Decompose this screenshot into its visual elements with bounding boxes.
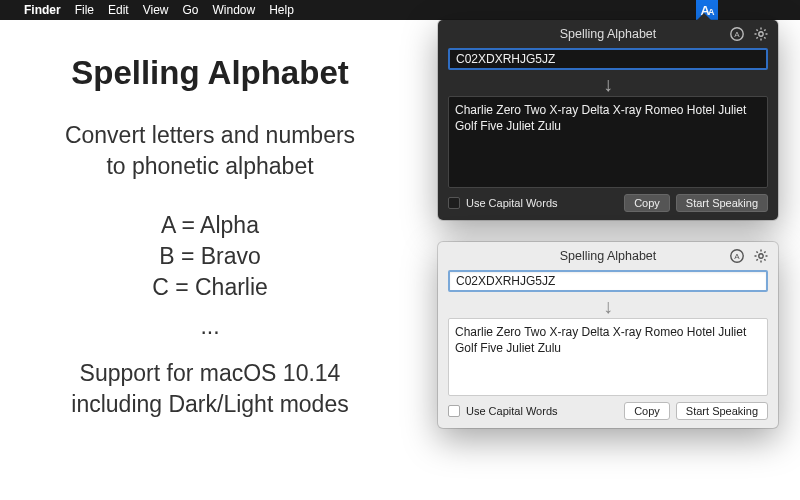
menubar-app-name[interactable]: Finder — [24, 3, 61, 17]
promo-title: Spelling Alphabet — [22, 54, 398, 92]
alphabet-mode-button[interactable]: A — [728, 247, 746, 265]
promo-subtitle-line2: to phonetic alphabet — [22, 151, 398, 182]
start-speaking-button[interactable]: Start Speaking — [676, 402, 768, 420]
app-popover-light: Spelling Alphabet A ↓ Charlie Zero Two X… — [438, 242, 778, 428]
promo-example-c: C = Charlie — [22, 272, 398, 303]
settings-button[interactable] — [752, 25, 770, 43]
use-capital-words-checkbox[interactable] — [448, 197, 460, 209]
menubar-item-window[interactable]: Window — [213, 3, 256, 17]
copy-button[interactable]: Copy — [624, 194, 670, 212]
promo-footer-line1: Support for macOS 10.14 — [22, 358, 398, 389]
use-capital-words-label: Use Capital Words — [466, 197, 618, 209]
svg-text:A: A — [734, 252, 740, 261]
copy-button[interactable]: Copy — [624, 402, 670, 420]
phonetic-output: Charlie Zero Two X-ray Delta X-ray Romeo… — [448, 96, 768, 188]
promo-ellipsis: ... — [22, 313, 398, 340]
svg-point-2 — [759, 32, 763, 36]
app-popover-dark: Spelling Alphabet A ↓ Charlie Zero Two X… — [438, 20, 778, 220]
macos-menubar: Finder File Edit View Go Window Help AA — [0, 0, 800, 20]
gear-icon — [753, 248, 769, 264]
menubar-item-edit[interactable]: Edit — [108, 3, 129, 17]
menubar-item-file[interactable]: File — [75, 3, 94, 17]
popover-title: Spelling Alphabet — [560, 249, 657, 263]
alphabet-mode-button[interactable]: A — [728, 25, 746, 43]
svg-text:A: A — [734, 30, 740, 39]
down-arrow-icon: ↓ — [448, 74, 768, 94]
menubar-item-view[interactable]: View — [143, 3, 169, 17]
gear-icon — [753, 26, 769, 42]
phonetic-output: Charlie Zero Two X-ray Delta X-ray Romeo… — [448, 318, 768, 396]
promo-subtitle-line1: Convert letters and numbers — [22, 120, 398, 151]
settings-button[interactable] — [752, 247, 770, 265]
svg-point-5 — [759, 254, 763, 258]
use-capital-words-checkbox[interactable] — [448, 405, 460, 417]
start-speaking-button[interactable]: Start Speaking — [676, 194, 768, 212]
promo-footer-line2: including Dark/Light modes — [22, 389, 398, 420]
down-arrow-icon: ↓ — [448, 296, 768, 316]
source-text-input[interactable] — [448, 270, 768, 292]
menubar-item-help[interactable]: Help — [269, 3, 294, 17]
menubar-item-go[interactable]: Go — [183, 3, 199, 17]
promo-example-a: A = Alpha — [22, 210, 398, 241]
use-capital-words-label: Use Capital Words — [466, 405, 618, 417]
popover-title: Spelling Alphabet — [560, 27, 657, 41]
promo-panel: Spelling Alphabet Convert letters and nu… — [0, 20, 420, 500]
source-text-input[interactable] — [448, 48, 768, 70]
promo-example-b: B = Bravo — [22, 241, 398, 272]
